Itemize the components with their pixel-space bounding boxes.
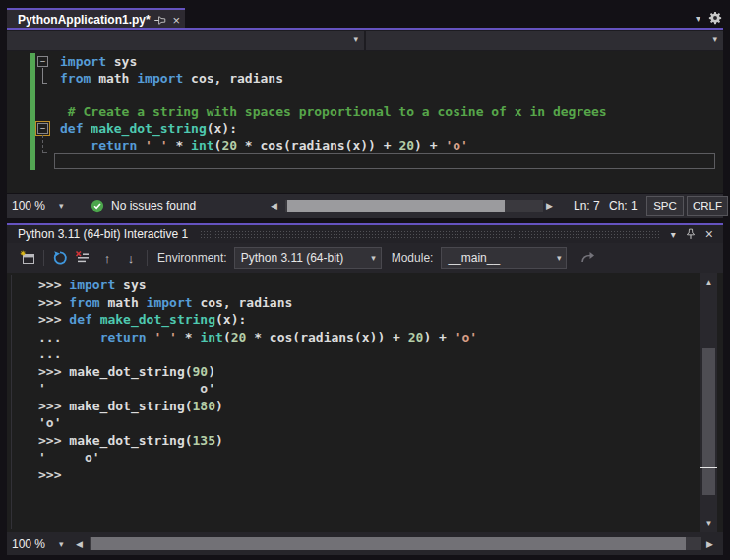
editor-status-bar: 100 % ▾ No issues found ◀ ▶ Ln: 7 Ch: 1 … xyxy=(7,194,723,218)
module-label: Module: xyxy=(392,251,434,265)
reset-environment-icon[interactable] xyxy=(52,250,68,266)
editor-hscrollbar[interactable] xyxy=(285,200,543,212)
chevron-down-icon: ▾ xyxy=(353,34,358,44)
interactive-zoom-select[interactable]: 100 % ▾ xyxy=(12,532,64,555)
pin-icon[interactable] xyxy=(685,227,697,241)
clear-screen-icon[interactable] xyxy=(75,250,91,266)
vscroll-up-button[interactable]: ▲ xyxy=(700,275,717,290)
module-value: __main__ xyxy=(448,251,500,265)
interactive-title-bar[interactable]: Python 3.11 (64-bit) Interactive 1 ▾ × xyxy=(7,225,723,243)
check-circle-icon xyxy=(91,199,104,213)
issues-status: No issues found xyxy=(91,194,196,218)
tab-row-controls: ▾ xyxy=(696,8,722,28)
editor-zoom-select[interactable]: 100 % ▾ xyxy=(12,194,64,218)
module-dropdown[interactable]: __main__ ▾ xyxy=(441,247,567,269)
fold-collapse-box[interactable]: − xyxy=(37,56,48,67)
code-line: import sys xyxy=(60,53,607,70)
code-line: >>> xyxy=(38,467,477,484)
change-tracking-bar xyxy=(30,53,35,170)
code-line: >>> from math import cos, radians xyxy=(38,294,477,312)
spaces-toggle-button[interactable]: SPC xyxy=(646,196,684,216)
caret-line-highlight xyxy=(54,153,715,169)
code-line: >>> def make_dot_string(x): xyxy=(38,311,477,329)
close-icon[interactable]: × xyxy=(172,13,180,28)
hscroll-left-button[interactable]: ◀ xyxy=(271,194,277,218)
code-line: ... xyxy=(38,345,477,363)
titlebar-grip xyxy=(200,230,661,238)
chevron-down-icon: ▾ xyxy=(59,539,64,549)
code-line: ' o' xyxy=(38,380,477,398)
editor-hscrollbar-thumb[interactable] xyxy=(287,200,505,212)
environment-value: Python 3.11 (64-bit) xyxy=(241,251,344,265)
type-dropdown[interactable]: ▾ xyxy=(7,31,364,50)
code-line: from math import cos, radians xyxy=(60,70,607,87)
interactive-status-bar: 100 % ▾ ◀ ▶ xyxy=(7,532,723,555)
column-indicator: Ch: 1 xyxy=(609,194,638,218)
code-line: >>> make_dot_string(90) xyxy=(38,363,477,381)
code-editor[interactable]: − − import sysfrom math import cos, radi… xyxy=(7,51,723,193)
repl-margin-line xyxy=(11,275,12,529)
code-line: >>> make_dot_string(135) xyxy=(38,432,477,450)
history-previous-icon[interactable]: ↑ xyxy=(99,251,115,266)
issues-status-text: No issues found xyxy=(111,199,196,213)
hscroll-right-button[interactable]: ▶ xyxy=(706,532,713,555)
code-line: return ' ' * int(20 * cos(radians(x)) + … xyxy=(60,137,607,154)
code-line: ' o' xyxy=(38,449,477,467)
tab-python-application[interactable]: PythonApplication1.py* × xyxy=(7,8,185,30)
repl-code: >>> import sys>>> from math import cos, … xyxy=(38,277,477,483)
history-next-icon[interactable]: ↓ xyxy=(123,251,139,266)
pin-icon[interactable] xyxy=(152,12,168,28)
fold-region-bracket xyxy=(42,68,47,84)
window-menu-chevron-icon[interactable]: ▾ xyxy=(671,229,676,240)
caret-position-marker xyxy=(700,467,717,468)
hscroll-left-button[interactable]: ◀ xyxy=(76,532,83,555)
interactive-title: Python 3.11 (64-bit) Interactive 1 xyxy=(7,227,188,241)
code-line: >>> make_dot_string(180) xyxy=(38,398,477,415)
hscroll-right-button[interactable]: ▶ xyxy=(546,194,553,218)
vscroll-down-button[interactable]: ▼ xyxy=(700,515,717,530)
tab-list-chevron-icon[interactable]: ▾ xyxy=(696,13,700,24)
interactive-window-controls: ▾ × xyxy=(671,226,723,242)
interactive-vertical-scrollbar[interactable]: ▲ ▼ xyxy=(700,273,717,532)
member-dropdown[interactable]: ▾ xyxy=(366,31,723,50)
code-line xyxy=(60,87,607,103)
environment-dropdown[interactable]: Python 3.11 (64-bit) ▾ xyxy=(234,247,382,269)
interactive-hscrollbar-thumb[interactable] xyxy=(91,537,686,550)
navigation-bar: ▾ ▾ xyxy=(7,30,723,51)
fold-region-guide xyxy=(42,135,47,153)
code-line: ... return ' ' * int(20 * cos(radians(x)… xyxy=(38,329,477,346)
code-line: 'o' xyxy=(38,414,477,432)
close-icon[interactable]: × xyxy=(705,226,713,242)
interactive-hscrollbar[interactable] xyxy=(90,537,701,550)
environment-label: Environment: xyxy=(157,251,227,265)
line-ending-button[interactable]: CRLF xyxy=(687,196,728,216)
code-line: # Create a string with spaces proportion… xyxy=(60,103,607,120)
vscrollbar-thumb[interactable] xyxy=(702,348,715,495)
fold-collapse-box[interactable]: − xyxy=(37,123,48,134)
interactive-toolbar: ↑ ↓ Environment: Python 3.11 (64-bit) ▾ … xyxy=(7,243,723,273)
chevron-down-icon: ▾ xyxy=(712,34,717,44)
toolbar-separator xyxy=(147,250,148,266)
toolbar-separator xyxy=(43,250,44,266)
interactive-window-options-icon[interactable] xyxy=(20,250,35,266)
visual-studio-window: PythonApplication1.py* × ▾ ▾ ▾ − − impor… xyxy=(0,0,730,560)
chevron-down-icon: ▾ xyxy=(557,253,562,263)
line-indicator: Ln: 7 xyxy=(574,194,600,218)
code-line: def make_dot_string(x): xyxy=(60,120,607,137)
editor-zoom-value: 100 % xyxy=(12,199,45,213)
code-line: >>> import sys xyxy=(38,277,477,294)
send-to-interactive-icon xyxy=(580,250,596,266)
chevron-down-icon: ▾ xyxy=(371,253,376,263)
chevron-down-icon: ▾ xyxy=(59,201,64,211)
interactive-repl[interactable]: >>> import sys>>> from math import cos, … xyxy=(7,273,700,532)
gear-icon[interactable] xyxy=(708,11,722,25)
tab-title: PythonApplication1.py* xyxy=(7,13,152,27)
interactive-zoom-value: 100 % xyxy=(12,537,45,551)
